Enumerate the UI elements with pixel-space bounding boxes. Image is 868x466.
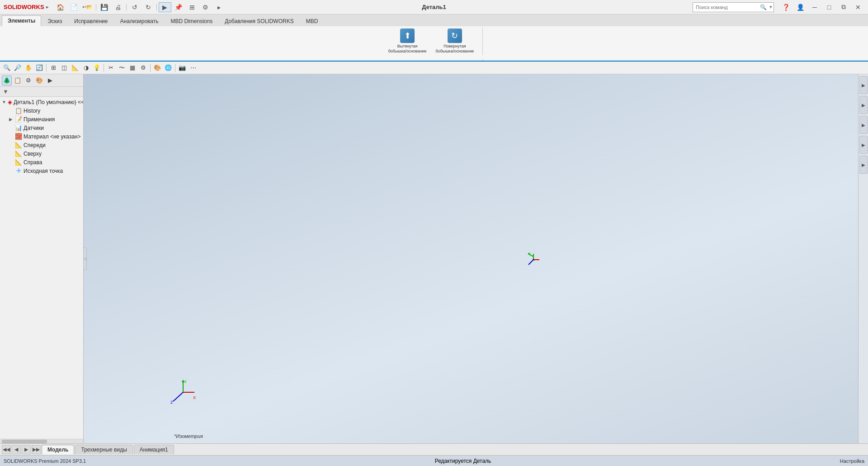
help-btn[interactable]: ❓ <box>779 2 792 12</box>
print-btn[interactable]: 🖨 <box>112 2 124 12</box>
view-btn-rotate[interactable]: 🔄 <box>34 63 44 73</box>
minimize-btn[interactable]: ─ <box>808 2 821 12</box>
sidebar-featuretree-btn[interactable]: 🌲 <box>2 76 12 86</box>
view-btn-capture[interactable]: 📷 <box>177 63 187 73</box>
svg-text:X: X <box>193 395 196 400</box>
tree-right[interactable]: 📐 Справа <box>0 158 83 166</box>
tree-material-icon: 🧱 <box>15 133 22 140</box>
pin-btn[interactable]: 📌 <box>172 2 185 12</box>
view-btn-shadows[interactable]: ◑ <box>81 63 91 73</box>
sidebar-collapse-handle[interactable]: ◁ <box>83 247 87 270</box>
undo-btn[interactable]: ↺ <box>128 2 141 12</box>
select-btn[interactable]: ▶ <box>159 2 171 12</box>
tree-top-icon: 📐 <box>15 150 22 157</box>
user-btn[interactable]: 👤 <box>794 2 807 12</box>
tab-nav-last[interactable]: ▶▶ <box>32 445 41 454</box>
tree-front[interactable]: 📐 Спереди <box>0 141 83 149</box>
tab-repair[interactable]: Исправление <box>68 16 113 26</box>
tree-top[interactable]: 📐 Сверху <box>0 149 83 158</box>
close-btn[interactable]: ✕ <box>852 2 864 12</box>
tab-animation1[interactable]: Анимация1 <box>134 445 174 454</box>
logo-version: ▸ <box>46 4 49 10</box>
grid-btn[interactable]: ⊞ <box>186 2 198 12</box>
tree-annotations-label: Примечания <box>24 116 55 123</box>
view-btn-curvature[interactable]: 〜 <box>117 63 127 73</box>
redo-btn[interactable]: ↻ <box>142 2 155 12</box>
new-btn[interactable]: 📄 <box>68 2 80 12</box>
tree-root-arrow: ▼ <box>2 100 6 105</box>
tab-nav-next[interactable]: ▶ <box>22 445 31 454</box>
view-btn-wireframe[interactable]: ⊞ <box>48 63 58 73</box>
tree-sensors[interactable]: 📊 Датчики <box>0 124 83 132</box>
sidebar-more-btn[interactable]: ▶ <box>45 76 55 86</box>
search-box[interactable]: 🔍 ▼ <box>693 2 774 12</box>
sidebar-config-btn[interactable]: ⚙ <box>24 76 33 86</box>
tree-top-label: Сверху <box>24 151 42 157</box>
tree-front-icon: 📐 <box>15 142 22 148</box>
view-btn-zoom-area[interactable]: 🔎 <box>13 63 23 73</box>
logo-text: SOLIDWORKS <box>4 4 44 10</box>
revolved-boss-btn[interactable]: ↻ Повернутаябобышка/основание <box>433 27 477 55</box>
search-input[interactable] <box>696 5 758 10</box>
statusbar-settings[interactable]: Настройка <box>840 458 864 464</box>
tab-sketch[interactable]: Эскиз <box>42 16 68 26</box>
tab-mbd-dim[interactable]: MBD Dimensions <box>165 16 218 26</box>
tree-annotations-arrow[interactable]: ▶ <box>9 117 14 122</box>
tree-front-label: Спереди <box>24 142 46 148</box>
arrow-btn[interactable]: ▸ <box>213 2 226 12</box>
sidebar-display-btn[interactable]: 🎨 <box>34 76 44 86</box>
sidebar-filter-row: ▼ <box>0 87 83 97</box>
tab-analyze[interactable]: Анализировать <box>114 16 165 26</box>
extruded-boss-btn[interactable]: ⬆ Вытянутаябобышка/основание <box>385 27 430 55</box>
revolved-boss-icon: ↻ <box>448 29 462 43</box>
right-btn-1[interactable]: ▶ <box>859 76 868 94</box>
tree-root[interactable]: ▼ ◈ Деталь1 (По умолчанию) << <box>0 98 83 106</box>
right-btn-3[interactable]: ▶ <box>859 116 868 134</box>
viewport[interactable]: Y Z X *Изометрия <box>84 74 858 443</box>
home-btn[interactable]: 🏠 <box>54 2 67 12</box>
view-btn-section[interactable]: ✂ <box>106 63 116 73</box>
tab-nav-first[interactable]: ◀◀ <box>2 445 11 454</box>
options-btn[interactable]: ⚙ <box>199 2 212 12</box>
right-btn-2[interactable]: ▶ <box>859 96 868 114</box>
view-btn-realview[interactable]: 💡 <box>92 63 102 73</box>
tab-elements[interactable]: Элементы <box>2 15 41 26</box>
tree-material[interactable]: 🧱 Материал <не указан> <box>0 132 83 141</box>
open-btn[interactable]: ↩📂 <box>81 2 94 12</box>
logo: SOLIDWORKS ▸ <box>0 4 52 10</box>
tab-model[interactable]: Модель <box>42 445 74 454</box>
restore-btn[interactable]: ⧉ <box>837 2 850 12</box>
view-btn-zoom-fit[interactable]: 🔍 <box>2 63 12 73</box>
main-area: 🌲 📋 ⚙ 🎨 ▶ ▼ ▼ ◈ Деталь1 (По умолчанию) <… <box>0 74 868 443</box>
sidebar-scrollbar-thumb[interactable] <box>2 440 47 443</box>
save-btn[interactable]: 💾 <box>98 2 111 12</box>
right-btn-4[interactable]: ▶ <box>859 136 868 154</box>
tab-addins[interactable]: Добавления SOLIDWORKS <box>219 16 300 26</box>
svg-line-8 <box>173 392 183 401</box>
sidebar-property-btn[interactable]: 📋 <box>13 76 23 86</box>
tree-origin[interactable]: ✛ Исходная точка <box>0 166 83 175</box>
tree-history[interactable]: 📋 History <box>0 106 83 115</box>
bottom-tabs: ◀◀ ◀ ▶ ▶▶ Модель Трехмерные виды Анимаци… <box>0 443 868 455</box>
title-controls: 🔍 ▼ ❓ 👤 ─ □ ⧉ ✕ <box>693 2 868 12</box>
view-btn-lights[interactable]: ⚙ <box>138 63 148 73</box>
extruded-boss-icon: ⬆ <box>400 29 415 43</box>
tree-sensors-label: Датчики <box>24 125 44 131</box>
sidebar-toolbar: 🌲 📋 ⚙ 🎨 ▶ <box>0 74 83 87</box>
tree-annotations[interactable]: ▶ 📝 Примечания <box>0 115 83 124</box>
tab-3dviews[interactable]: Трехмерные виды <box>75 445 132 454</box>
maximize-btn[interactable]: □ <box>823 2 835 12</box>
sidebar-scrollbar[interactable] <box>0 439 83 443</box>
tab-nav-prev[interactable]: ◀ <box>12 445 21 454</box>
filter-icon[interactable]: ▼ <box>3 88 9 95</box>
view-btn-zebra[interactable]: ▦ <box>127 63 137 73</box>
right-btn-5[interactable]: ▶ <box>859 156 868 174</box>
view-btn-edges[interactable]: ◫ <box>59 63 69 73</box>
view-btn-scene[interactable]: 🌐 <box>163 63 173 73</box>
view-btn-display[interactable]: 📐 <box>70 63 80 73</box>
search-dropdown-icon[interactable]: ▼ <box>769 5 773 10</box>
view-btn-more[interactable]: ⋯ <box>188 63 198 73</box>
view-btn-appearances[interactable]: 🎨 <box>152 63 162 73</box>
tab-mbd[interactable]: MBD <box>300 16 324 26</box>
view-btn-pan[interactable]: ✋ <box>24 63 33 73</box>
